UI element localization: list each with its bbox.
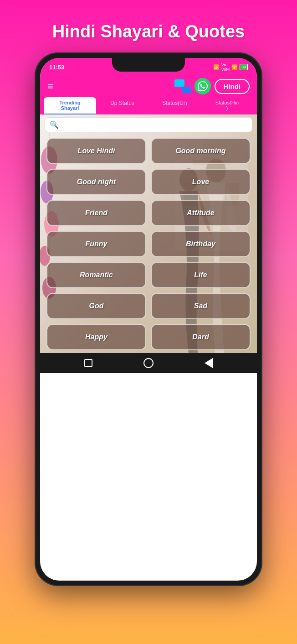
search-input[interactable] <box>61 121 247 128</box>
category-btn-happy[interactable]: Happy <box>46 324 146 350</box>
tab-status-hin[interactable]: Status(Hin) <box>201 97 253 114</box>
hamburger-icon[interactable]: ≡ <box>47 80 53 92</box>
phone-notch <box>112 58 185 72</box>
categories-grid: Love HindiGood morningGood nightLoveFrie… <box>40 135 257 353</box>
category-btn-love[interactable]: Love <box>151 169 251 195</box>
category-btn-love-hindi[interactable]: Love Hindi <box>46 138 146 164</box>
whatsapp-icon[interactable] <box>195 78 211 94</box>
search-icon: 🔍 <box>50 120 59 129</box>
nav-back-button[interactable] <box>203 357 215 369</box>
circle-icon <box>143 358 154 368</box>
square-icon <box>84 359 92 367</box>
battery-icon: 39 <box>240 64 248 70</box>
category-btn-good-morning[interactable]: Good morning <box>151 138 251 164</box>
category-btn-good-night[interactable]: Good night <box>46 169 146 195</box>
signal-icon: 📶 <box>213 64 220 70</box>
phone-frame: 11:53 📶 VoWiFi 🛜 39 ≡ <box>35 52 262 586</box>
chat-icon[interactable] <box>174 79 191 93</box>
hindi-language-button[interactable]: Hindi <box>215 79 250 94</box>
category-btn-sad[interactable]: Sad <box>151 293 251 319</box>
category-btn-attitude[interactable]: Attitude <box>151 200 251 226</box>
category-btn-funny[interactable]: Funny <box>46 231 146 257</box>
category-btn-life[interactable]: Life <box>151 262 251 288</box>
search-bar: 🔍 <box>45 117 252 132</box>
status-icons: 📶 VoWiFi 🛜 39 <box>213 62 248 72</box>
triangle-icon <box>205 358 213 368</box>
category-btn-friend[interactable]: Friend <box>46 200 146 226</box>
category-btn-god[interactable]: God <box>46 293 146 319</box>
tab-dp-status[interactable]: Dp Status <box>96 97 148 114</box>
page-title: Hindi Shayari & Quotes <box>52 22 245 42</box>
category-btn-dard[interactable]: Dard <box>151 324 251 350</box>
nav-square-button[interactable] <box>82 357 94 369</box>
wifi-icon: 🛜 <box>231 64 238 70</box>
bubble1 <box>174 79 184 87</box>
app-header: ≡ Hindi <box>40 74 257 97</box>
header-icons: Hindi <box>174 78 250 94</box>
status-time: 11:53 <box>49 64 64 71</box>
bottom-nav <box>40 353 257 373</box>
main-content: 🔍 Love HindiGood morningGood nightLoveFr… <box>40 114 257 353</box>
category-btn-romantic[interactable]: Romantic <box>46 262 146 288</box>
nav-home-button[interactable] <box>143 357 154 369</box>
phone-screen: 11:53 📶 VoWiFi 🛜 39 ≡ <box>40 58 257 581</box>
bubble2 <box>182 87 191 93</box>
vo-wifi-icon: VoWiFi <box>221 62 230 72</box>
tab-trending-shayari[interactable]: TrendingShayari <box>44 97 96 114</box>
tabs-bar: TrendingShayari Dp Status Status(Ur) Sta… <box>40 97 257 114</box>
tab-status-ur[interactable]: Status(Ur) <box>148 97 201 114</box>
category-btn-birthday[interactable]: Birthday <box>151 231 251 257</box>
